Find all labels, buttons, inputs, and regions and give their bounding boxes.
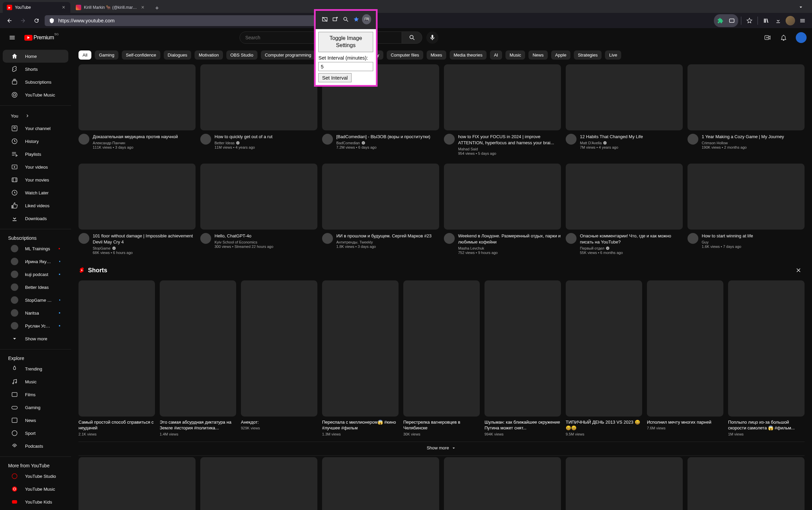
video-card[interactable]: How to quickly get out of a rutBetter Id…	[200, 64, 317, 155]
sidebar-item[interactable]: Podcasts	[3, 440, 68, 452]
sidebar-item[interactable]: ML Trainings●‎	[3, 242, 68, 255]
screenshot-rect-icon[interactable]	[726, 15, 738, 26]
sidebar-item[interactable]: kuji podcast	[3, 268, 68, 281]
channel-name[interactable]: Matt D'Avella	[580, 141, 683, 145]
channel-avatar[interactable]	[200, 134, 211, 145]
sidebar-item[interactable]: Руслан Усачев	[3, 319, 68, 332]
sidebar-item[interactable]: YouTube Kids	[3, 495, 68, 508]
sidebar-item[interactable]: News	[3, 414, 68, 427]
sidebar-item[interactable]: Watch Later	[3, 186, 68, 199]
channel-name[interactable]: Первый отдел	[580, 246, 683, 250]
interval-input[interactable]	[318, 62, 373, 71]
bookmark-star-icon[interactable]	[744, 15, 755, 26]
no-image-icon[interactable]	[320, 14, 330, 24]
sidebar-item[interactable]: Subscriptions	[3, 76, 68, 88]
short-card[interactable]: Перестрелка вагнеровцев в Челябинске30K …	[403, 280, 480, 436]
add-window-icon[interactable]	[331, 14, 340, 24]
download-icon[interactable]	[773, 15, 784, 26]
sidebar-item[interactable]: Music	[3, 375, 68, 388]
browser-tab-inactive[interactable]: Kirill Markin 🐂 (@kirill.markin ×	[72, 2, 150, 13]
sidebar-item[interactable]: Home	[3, 50, 68, 63]
channel-name[interactable]: Better Ideas	[215, 141, 317, 145]
new-tab-button[interactable]: +	[152, 3, 162, 13]
video-card[interactable]: 12 Habits That Changed My LifeMatt D'Ave…	[566, 64, 683, 155]
sidebar-item[interactable]: Shorts	[3, 63, 68, 76]
channel-avatar[interactable]	[687, 233, 698, 244]
guide-menu-button[interactable]	[5, 31, 19, 44]
filter-chip[interactable]: Music	[505, 50, 525, 60]
set-interval-button[interactable]: Set Interval	[318, 73, 352, 82]
sidebar-item[interactable]: YouTube Studio	[3, 470, 68, 483]
channel-avatar[interactable]	[444, 134, 455, 145]
sidebar-item[interactable]: Your movies	[3, 173, 68, 186]
sidebar-item[interactable]: Trending	[3, 362, 68, 375]
channel-name[interactable]: Антитренды. Tweekly	[336, 240, 439, 244]
filter-chip[interactable]: All	[78, 50, 91, 60]
library-icon[interactable]	[761, 15, 771, 26]
reload-button[interactable]	[31, 15, 42, 26]
filter-chip[interactable]: OBS Studio	[226, 50, 257, 60]
filter-chip[interactable]: Media theories	[450, 50, 487, 60]
sidebar-item[interactable]: StopGame - All a…	[3, 294, 68, 306]
filter-chip[interactable]: Computer programming	[261, 50, 315, 60]
channel-name[interactable]: Mahad Said	[458, 147, 561, 151]
filter-chip[interactable]: Live	[605, 50, 621, 60]
channel-name[interactable]: Crimson Hollow	[702, 141, 805, 145]
sidebar-item[interactable]: Sport	[3, 427, 68, 440]
short-card[interactable]: Это самая абсурдная диктатура на Земле #…	[160, 280, 236, 436]
filter-chip[interactable]: Computer files	[387, 50, 423, 60]
filter-chip[interactable]: AI	[490, 50, 502, 60]
sidebar-item[interactable]: Your channel	[3, 122, 68, 135]
sidebar-item[interactable]: Ирина Якутенко	[3, 255, 68, 268]
you-section-header[interactable]: You	[3, 110, 68, 122]
video-card[interactable]: how to FIX your FOCUS in 2024 | improve …	[444, 64, 561, 155]
account-avatar[interactable]	[796, 32, 807, 43]
notifications-button[interactable]	[777, 31, 790, 44]
channel-name[interactable]: Guy	[702, 240, 805, 244]
short-card[interactable]: Исполнил мечту многих парней7.6M views	[647, 280, 723, 436]
video-card[interactable]: Hello, ChatGPT-4oKyiv School of Economic…	[200, 164, 317, 255]
sidebar-item[interactable]: Downloads	[3, 212, 68, 225]
channel-avatar[interactable]	[322, 233, 333, 244]
channel-avatar[interactable]	[78, 134, 89, 145]
sidebar-item[interactable]: Better Ideas	[3, 281, 68, 294]
short-card[interactable]: ТИПИЧНЫЙ ДЕНЬ 2013 VS 2023 😄😄😄9.5M views	[566, 280, 642, 436]
search-button[interactable]	[402, 31, 422, 44]
short-card[interactable]: Анекдот:929K views	[241, 280, 317, 436]
channel-avatar[interactable]	[566, 134, 577, 145]
voice-search-button[interactable]	[426, 31, 438, 44]
sidebar-item[interactable]: Liked videos	[3, 199, 68, 212]
channel-avatar[interactable]	[322, 134, 333, 145]
forward-button[interactable]	[18, 15, 28, 26]
show-more-subs[interactable]: Show more	[3, 332, 68, 345]
show-more-button[interactable]: Show more	[406, 443, 477, 453]
filter-chip[interactable]: Dialogues	[164, 50, 191, 60]
video-card[interactable]: 1 Year Making a Cozy Game | My JourneyCr…	[687, 64, 805, 155]
channel-avatar[interactable]	[200, 233, 211, 244]
video-card[interactable]: Weekend в Лондоне. Размеренный отдых, па…	[444, 164, 561, 255]
youtube-logo[interactable]: Premium SG	[24, 35, 54, 41]
channel-name[interactable]: Kyiv School of Economics	[215, 240, 317, 244]
channel-name[interactable]: BadComedian	[336, 141, 439, 145]
star-filled-icon[interactable]	[352, 14, 361, 24]
filter-chip[interactable]: Motivation	[195, 50, 223, 60]
extension-puzzle-icon[interactable]	[715, 15, 726, 26]
filter-chip[interactable]: Strategies	[574, 50, 602, 60]
shorts-close-button[interactable]	[792, 264, 805, 276]
sidebar-item[interactable]: Films	[3, 388, 68, 401]
video-card[interactable]: ИИ в прошлом и будущем. Сергей Марков #2…	[322, 164, 439, 255]
channel-name[interactable]: Masha Levchuk	[458, 246, 561, 250]
channel-name[interactable]: StopGame	[93, 246, 196, 250]
sidebar-item[interactable]: YouTube Music	[3, 483, 68, 495]
channel-avatar[interactable]	[444, 233, 455, 244]
channel-avatar[interactable]	[78, 233, 89, 244]
video-card[interactable]: 101 floor without damage | Impossible ac…	[78, 164, 196, 255]
filter-chip[interactable]: News	[528, 50, 548, 60]
channel-name[interactable]: Александр Панчин	[93, 141, 196, 145]
filter-chip[interactable]: Apple	[551, 50, 570, 60]
filter-chip[interactable]: Gaming	[95, 50, 118, 60]
toggle-image-settings-button[interactable]: Toggle Image Settings	[318, 32, 373, 52]
image-settings-icon[interactable]	[362, 14, 371, 24]
sidebar-item[interactable]: Your videos	[3, 161, 68, 173]
filter-chip[interactable]: Self-confidence	[122, 50, 160, 60]
